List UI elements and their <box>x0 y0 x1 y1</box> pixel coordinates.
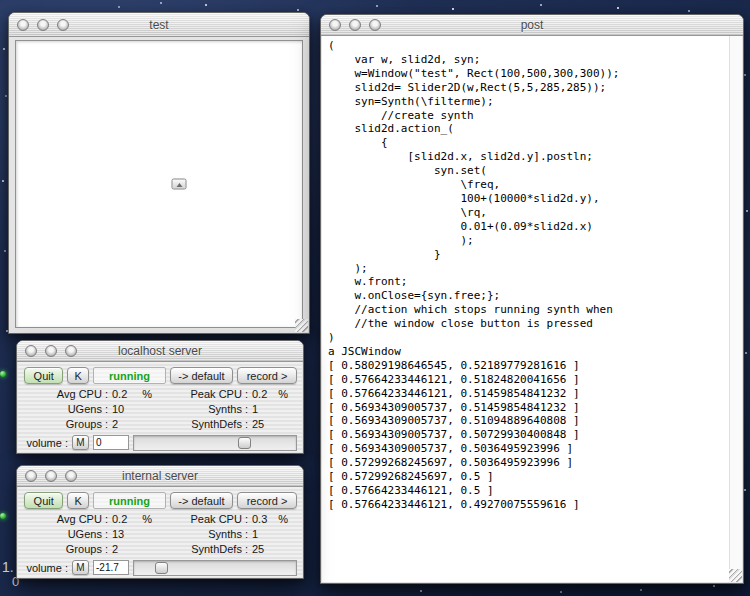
synths-label: Synths : <box>160 403 248 415</box>
window-title: internal server <box>122 469 198 483</box>
mute-button[interactable]: M <box>72 435 89 450</box>
window-controls <box>25 341 77 361</box>
ugens-stats-row: UGens : 10 Synths : 1 <box>18 401 302 416</box>
volume-slider-thumb[interactable] <box>238 437 251 449</box>
synths-value: 1 <box>252 403 258 415</box>
minimize-button[interactable] <box>349 19 361 31</box>
peak-cpu-value: 0.2 <box>252 388 267 400</box>
close-button[interactable] <box>25 470 37 482</box>
synthdefs-value: 25 <box>252 418 264 430</box>
window-internal-server: internal server Quit K running -> defaul… <box>16 465 304 579</box>
groups-value: 2 <box>112 418 118 430</box>
zoom-button[interactable] <box>65 470 77 482</box>
avg-cpu-label: Avg CPU : <box>24 513 108 525</box>
server-panel: Quit K running -> default record > Avg C… <box>18 487 302 577</box>
window-title: localhost server <box>118 344 202 358</box>
minimize-button[interactable] <box>45 345 57 357</box>
resize-grip[interactable] <box>295 319 308 332</box>
server-panel: Quit K running -> default record > Avg C… <box>18 362 302 452</box>
peak-cpu-label: Peak CPU : <box>160 513 248 525</box>
make-default-button[interactable]: -> default <box>170 492 233 509</box>
window-localhost-server: localhost server Quit K running -> defau… <box>16 340 304 454</box>
synthdefs-value: 25 <box>252 543 264 555</box>
desktop: 1. 0 test post ( var w, slid2d, s <box>0 0 750 596</box>
volume-label: volume : <box>24 562 68 574</box>
groups-stats-row: Groups : 2 SynthDefs : 25 <box>18 416 302 431</box>
window-post: post ( var w, slid2d, syn; w=Window("tes… <box>320 14 744 584</box>
green-indicator-dot <box>0 371 6 377</box>
minimize-button[interactable] <box>45 470 57 482</box>
green-indicator-dot <box>0 513 6 519</box>
synths-label: Synths : <box>160 528 248 540</box>
ugens-label: UGens : <box>24 528 108 540</box>
groups-label: Groups : <box>24 418 108 430</box>
peak-cpu-label: Peak CPU : <box>160 388 248 400</box>
titlebar[interactable]: internal server <box>17 466 303 487</box>
titlebar[interactable]: test <box>9 13 309 37</box>
volume-slider[interactable] <box>133 560 297 576</box>
avg-cpu-value: 0.2 <box>112 388 127 400</box>
server-button-row: Quit K running -> default record > <box>18 487 302 511</box>
server-button-row: Quit K running -> default record > <box>18 362 302 386</box>
record-button[interactable]: record > <box>237 367 297 384</box>
kill-button[interactable]: K <box>67 367 89 384</box>
percent-sign: % <box>142 388 152 400</box>
starfield <box>0 0 2 2</box>
volume-value-field[interactable]: -21.7 <box>93 560 129 575</box>
volume-label: volume : <box>24 437 68 449</box>
percent-sign: % <box>142 513 152 525</box>
synths-value: 1 <box>252 528 258 540</box>
mute-button[interactable]: M <box>72 560 89 575</box>
window-title: test <box>149 18 168 32</box>
avg-cpu-value: 0.2 <box>112 513 127 525</box>
slider2d-handle[interactable] <box>172 179 187 190</box>
close-button[interactable] <box>329 19 341 31</box>
percent-sign: % <box>278 388 288 400</box>
cpu-stats-row: Avg CPU : 0.2 % Peak CPU : 0.3 % <box>18 511 302 526</box>
post-content: ( var w, slid2d, syn; w=Window("test", R… <box>322 36 742 582</box>
groups-stats-row: Groups : 2 SynthDefs : 25 <box>18 541 302 556</box>
percent-sign: % <box>278 513 288 525</box>
volume-row: volume : M -21.7 <box>18 556 302 577</box>
synthdefs-label: SynthDefs : <box>160 543 248 555</box>
window-controls <box>17 13 69 36</box>
close-button[interactable] <box>17 19 29 31</box>
record-button[interactable]: record > <box>237 492 297 509</box>
cpu-stats-row: Avg CPU : 0.2 % Peak CPU : 0.2 % <box>18 386 302 401</box>
zoom-button[interactable] <box>57 19 69 31</box>
window-test: test <box>8 12 310 334</box>
titlebar[interactable]: post <box>321 15 743 36</box>
zoom-button[interactable] <box>369 19 381 31</box>
resize-grip[interactable] <box>729 569 742 582</box>
close-button[interactable] <box>25 345 37 357</box>
zoom-button[interactable] <box>65 345 77 357</box>
ugens-value: 13 <box>112 528 124 540</box>
synthdefs-label: SynthDefs : <box>160 418 248 430</box>
avg-cpu-label: Avg CPU : <box>24 388 108 400</box>
volume-slider[interactable] <box>133 435 297 451</box>
desktop-stray-text: 1. <box>2 559 14 575</box>
server-status: running <box>93 492 166 509</box>
groups-value: 2 <box>112 543 118 555</box>
volume-slider-thumb[interactable] <box>155 562 168 574</box>
titlebar[interactable]: localhost server <box>17 341 303 362</box>
quit-button[interactable]: Quit <box>24 492 63 509</box>
volume-row: volume : M 0 <box>18 431 302 452</box>
slider2d-area[interactable] <box>15 40 303 328</box>
quit-button[interactable]: Quit <box>24 367 63 384</box>
window-controls <box>329 15 381 35</box>
window-controls <box>25 466 77 486</box>
peak-cpu-value: 0.3 <box>252 513 267 525</box>
minimize-button[interactable] <box>37 19 49 31</box>
ugens-label: UGens : <box>24 403 108 415</box>
ugens-stats-row: UGens : 13 Synths : 1 <box>18 526 302 541</box>
post-text[interactable]: ( var w, slid2d, syn; w=Window("test", R… <box>322 36 742 515</box>
groups-label: Groups : <box>24 543 108 555</box>
scrollbar[interactable] <box>729 36 742 582</box>
ugens-value: 10 <box>112 403 124 415</box>
window-title: post <box>521 18 544 32</box>
server-status: running <box>93 367 166 384</box>
make-default-button[interactable]: -> default <box>170 367 233 384</box>
volume-value-field[interactable]: 0 <box>93 435 129 450</box>
kill-button[interactable]: K <box>67 492 89 509</box>
